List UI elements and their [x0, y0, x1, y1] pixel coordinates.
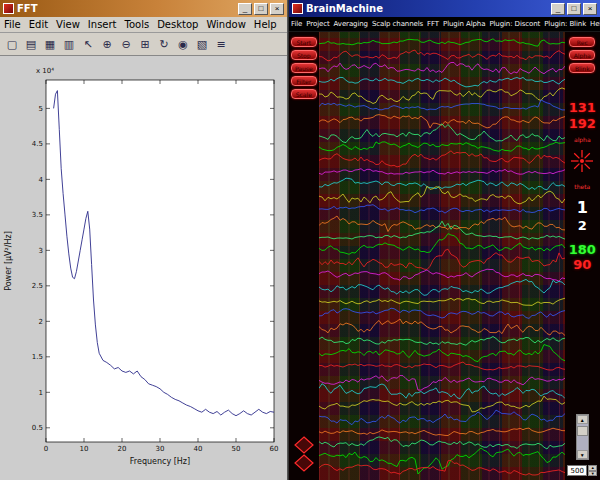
readout-180: 180	[569, 243, 596, 257]
save-icon[interactable]: ▦	[41, 35, 59, 53]
svg-text:2: 2	[39, 318, 43, 326]
readout-131: 131	[569, 101, 596, 115]
fft-menu-item-0[interactable]: File	[0, 19, 25, 30]
starburst-icon	[570, 149, 594, 177]
left-control-button-1[interactable]: Stop	[291, 50, 317, 60]
svg-text:20: 20	[118, 445, 127, 453]
bm-menu-item-6[interactable]: Plugin: Discont	[487, 20, 542, 28]
scrollbar-thumb[interactable]	[577, 426, 588, 436]
left-control-button-4[interactable]: Scale	[291, 89, 317, 99]
fft-toolbar: ▢▤▦▥↖⊕⊖⊞↻◉▧≡	[0, 33, 287, 56]
small-label-alpha: alpha	[574, 136, 591, 143]
svg-text:x 10⁴: x 10⁴	[36, 67, 54, 75]
svg-text:3.5: 3.5	[32, 211, 43, 219]
colorbar-icon[interactable]: ▧	[193, 35, 211, 53]
svg-text:50: 50	[232, 445, 241, 453]
readout-1: 1	[577, 200, 588, 217]
rotate-3d-icon[interactable]: ↻	[155, 35, 173, 53]
scroll-down-icon[interactable]: ▼	[577, 450, 588, 459]
svg-text:30: 30	[156, 445, 165, 453]
svg-text:Power [µV²/Hz]: Power [µV²/Hz]	[4, 231, 13, 291]
print-icon[interactable]: ▥	[60, 35, 78, 53]
eeg-traces	[319, 32, 565, 480]
bm-menu-item-5[interactable]: Plugin Alpha	[441, 20, 487, 28]
fft-menu-item-4[interactable]: Tools	[121, 19, 154, 30]
brainmachine-window: BrainMachine _ □ × FileProjectAveragingS…	[288, 0, 600, 480]
fft-menu-item-2[interactable]: View	[52, 19, 84, 30]
bm-menu-item-7[interactable]: Plugin: Blink	[542, 20, 588, 28]
fft-menu-item-1[interactable]: Edit	[25, 19, 52, 30]
legend-icon[interactable]: ≡	[212, 35, 230, 53]
readout-90: 90	[573, 258, 591, 272]
zoom-out-icon[interactable]: ⊖	[117, 35, 135, 53]
minimize-icon[interactable]: _	[238, 3, 252, 15]
cursor-icon[interactable]: ↖	[79, 35, 97, 53]
spinner-down-icon[interactable]: ▼	[588, 471, 597, 477]
diamond-markers-icon	[294, 436, 314, 476]
svg-text:40: 40	[194, 445, 203, 453]
bm-menu-item-8[interactable]: Help	[588, 20, 600, 28]
left-control-button-3[interactable]: Filter	[291, 76, 317, 86]
svg-text:1: 1	[39, 389, 43, 397]
bm-menubar: FileProjectAveragingScalp channelsFFTPlu…	[289, 17, 600, 32]
svg-text:10: 10	[80, 445, 89, 453]
small-label-theta: theta	[574, 183, 590, 190]
eeg-scrollbar[interactable]: ▲ ▼	[576, 414, 589, 460]
bm-left-sidebar: StartStopPauseFilterScale	[289, 32, 319, 480]
minimize-icon[interactable]: _	[551, 3, 565, 15]
fft-menu-item-3[interactable]: Insert	[84, 19, 121, 30]
fft-window: FFT _ □ × FileEditViewInsertToolsDesktop…	[0, 0, 288, 480]
eeg-display	[319, 32, 565, 480]
bm-right-sidebar: RecAlphaBlink 131 192 alpha t	[565, 32, 600, 480]
maximize-icon[interactable]: □	[567, 3, 581, 15]
value-spinner: 500 ▲ ▼	[567, 465, 597, 476]
right-control-button-1[interactable]: Alpha	[569, 50, 595, 60]
fft-window-controls: _ □ ×	[238, 3, 284, 15]
bm-titlebar[interactable]: BrainMachine _ □ ×	[289, 0, 600, 17]
bm-window-title: BrainMachine	[306, 3, 548, 14]
scroll-up-icon[interactable]: ▲	[577, 415, 588, 424]
svg-text:4: 4	[39, 176, 44, 184]
bm-menu-item-1[interactable]: Project	[304, 20, 331, 28]
desktop: FFT _ □ × FileEditViewInsertToolsDesktop…	[0, 0, 600, 480]
svg-text:1.5: 1.5	[32, 353, 43, 361]
bm-menu-item-4[interactable]: FFT	[425, 20, 441, 28]
scrollbar-track[interactable]	[577, 424, 588, 450]
bm-window-icon	[292, 3, 303, 14]
svg-text:Frequency [Hz]: Frequency [Hz]	[130, 457, 190, 466]
fft-figure-canvas: 01020304050600.511.522.533.544.55x 10⁴Fr…	[0, 56, 287, 480]
maximize-icon[interactable]: □	[254, 3, 268, 15]
fft-menu-item-6[interactable]: Window	[202, 19, 249, 30]
data-cursor-icon[interactable]: ◉	[174, 35, 192, 53]
pan-icon[interactable]: ⊞	[136, 35, 154, 53]
fft-window-icon	[3, 3, 14, 14]
zoom-in-icon[interactable]: ⊕	[98, 35, 116, 53]
readout-2: 2	[578, 219, 587, 233]
fft-menu-item-7[interactable]: Help	[250, 19, 281, 30]
svg-text:0: 0	[44, 445, 48, 453]
svg-text:60: 60	[270, 445, 279, 453]
fft-menu-item-5[interactable]: Desktop	[153, 19, 202, 30]
open-folder-icon[interactable]: ▤	[22, 35, 40, 53]
bm-right-buttons: RecAlphaBlink	[565, 37, 600, 73]
bm-menu-item-2[interactable]: Averaging	[332, 20, 370, 28]
svg-text:0.5: 0.5	[32, 424, 43, 432]
bm-left-buttons: StartStopPauseFilterScale	[289, 37, 319, 99]
fft-titlebar[interactable]: FFT _ □ ×	[0, 0, 287, 17]
svg-text:5: 5	[39, 105, 43, 113]
bm-menu-item-0[interactable]: File	[289, 20, 304, 28]
close-icon[interactable]: ×	[270, 3, 284, 15]
new-document-icon[interactable]: ▢	[3, 35, 21, 53]
svg-text:4.5: 4.5	[32, 140, 43, 148]
spinner-value[interactable]: 500	[567, 465, 587, 476]
left-control-button-0[interactable]: Start	[291, 37, 317, 47]
left-control-button-2[interactable]: Pause	[291, 63, 317, 73]
fft-menubar: FileEditViewInsertToolsDesktopWindowHelp	[0, 17, 287, 33]
bm-menu-item-3[interactable]: Scalp channels	[370, 20, 425, 28]
readout-192: 192	[569, 117, 596, 131]
fft-power-spectrum-chart: 01020304050600.511.522.533.544.55x 10⁴Fr…	[0, 56, 287, 480]
close-icon[interactable]: ×	[583, 3, 597, 15]
right-control-button-0[interactable]: Rec	[569, 37, 595, 47]
right-control-button-2[interactable]: Blink	[569, 63, 595, 73]
svg-text:2.5: 2.5	[32, 282, 43, 290]
